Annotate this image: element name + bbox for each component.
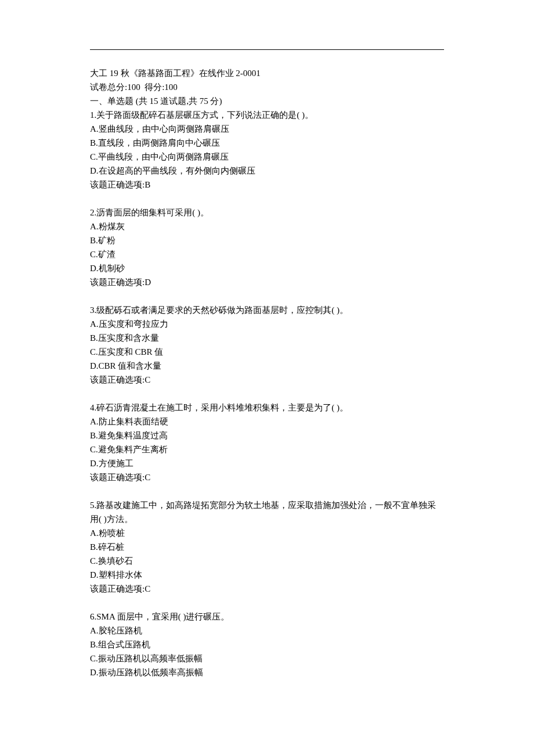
option: B.矿粉: [90, 233, 444, 247]
answer-line: 该题正确选项:D: [90, 275, 444, 289]
option: C.振动压路机以高频率低振幅: [90, 651, 444, 665]
question-stem: 2.沥青面层的细集料可采用( )。: [90, 206, 444, 219]
option: D.机制砂: [90, 261, 444, 275]
section-title: 一、单选题 (共 15 道试题,共 75 分): [90, 94, 444, 108]
question-stem: 3.级配砾石或者满足要求的天然砂砾做为路面基层时，应控制其( )。: [90, 303, 444, 317]
option: B.避免集料温度过高: [90, 429, 444, 442]
header-block: 大工 19 秋《路基路面工程》在线作业 2-0001 试卷总分:100 得分:1…: [90, 66, 444, 192]
answer-line: 该题正确选项:C: [90, 582, 444, 596]
question-block: 2.沥青面层的细集料可采用( )。 A.粉煤灰 B.矿粉 C.矿渣 D.机制砂 …: [90, 206, 444, 289]
question-block: 6.SMA 面层中，宜采用( )进行碾压。 A.胶轮压路机 B.组合式压路机 C…: [90, 610, 444, 679]
answer-line: 该题正确选项:C: [90, 470, 444, 484]
option: C.矿渣: [90, 247, 444, 261]
option: B.组合式压路机: [90, 638, 444, 651]
question-stem: 5.路基改建施工中，如高路堤拓宽部分为软土地基，应采取措施加强处治，一般不宜单独…: [90, 498, 444, 526]
option: A.防止集料表面结硬: [90, 415, 444, 429]
option: B.直线段，由两侧路肩向中心碾压: [90, 136, 444, 150]
option: B.压实度和含水量: [90, 331, 444, 345]
exam-title: 大工 19 秋《路基路面工程》在线作业 2-0001: [90, 66, 444, 80]
option: A.粉煤灰: [90, 219, 444, 233]
option: A.胶轮压路机: [90, 624, 444, 638]
question-block: 5.路基改建施工中，如高路堤拓宽部分为软土地基，应采取措施加强处治，一般不宜单独…: [90, 498, 444, 596]
option: C.平曲线段，由中心向两侧路肩碾压: [90, 150, 444, 164]
option: D.塑料排水体: [90, 568, 444, 582]
score-line: 试卷总分:100 得分:100: [90, 80, 444, 94]
document-content: 大工 19 秋《路基路面工程》在线作业 2-0001 试卷总分:100 得分:1…: [90, 66, 444, 679]
question-block: 3.级配砾石或者满足要求的天然砂砾做为路面基层时，应控制其( )。 A.压实度和…: [90, 303, 444, 387]
question-stem: 1.关于路面级配碎石基层碾压方式，下列说法正确的是( )。: [90, 108, 444, 122]
top-divider: [90, 49, 444, 50]
option: D.CBR 值和含水量: [90, 359, 444, 373]
option: A.竖曲线段，由中心向两侧路肩碾压: [90, 122, 444, 136]
option: A.压实度和弯拉应力: [90, 317, 444, 331]
option: D.在设超高的平曲线段，有外侧向内侧碾压: [90, 164, 444, 178]
option: D.振动压路机以低频率高振幅: [90, 665, 444, 679]
answer-line: 该题正确选项:C: [90, 373, 444, 387]
question-block: 4.碎石沥青混凝土在施工时，采用小料堆堆积集料，主要是为了( )。 A.防止集料…: [90, 401, 444, 484]
option: C.换填砂石: [90, 554, 444, 568]
option: C.避免集料产生离析: [90, 442, 444, 456]
question-stem: 6.SMA 面层中，宜采用( )进行碾压。: [90, 610, 444, 624]
option: B.碎石桩: [90, 540, 444, 554]
option: A.粉喷桩: [90, 526, 444, 540]
question-stem: 4.碎石沥青混凝土在施工时，采用小料堆堆积集料，主要是为了( )。: [90, 401, 444, 415]
answer-line: 该题正确选项:B: [90, 178, 444, 192]
option: D.方便施工: [90, 456, 444, 470]
option: C.压实度和 CBR 值: [90, 345, 444, 359]
